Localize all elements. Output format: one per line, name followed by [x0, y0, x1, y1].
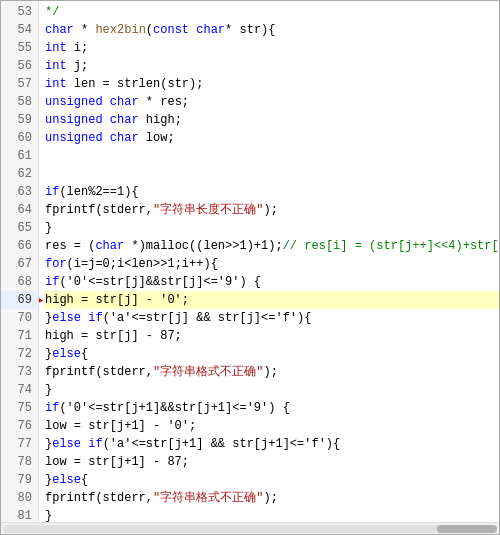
token: if: [45, 401, 59, 415]
token: high;: [139, 113, 182, 127]
code-line-70: }else if('a'<=str[j] && str[j]<='f'){: [45, 309, 499, 327]
code-line-66: res = (char *)malloc((len>>1)+1);// res[…: [45, 237, 499, 255]
code-line-58: unsigned char * res;: [45, 93, 499, 111]
token: int: [45, 77, 67, 91]
arrow-indicator: ▶: [39, 291, 43, 309]
line-number-56: 56: [1, 57, 38, 75]
line-number-58: 58: [1, 93, 38, 111]
line-number-69: 69: [1, 291, 38, 309]
token: (i=j=0;i<len>>1;i++){: [67, 257, 218, 271]
token: j;: [67, 59, 89, 73]
token: ('a'<=str[j+1] && str[j+1]<='f'){: [103, 437, 341, 451]
token: * str){: [225, 23, 275, 37]
token: const: [153, 23, 189, 37]
token: low = str[j+1] - '0';: [45, 419, 196, 433]
code-line-75: if('0'<=str[j+1]&&str[j+1]<='9') {: [45, 399, 499, 417]
token: low = str[j+1] - 87;: [45, 455, 189, 469]
code-line-67: for(i=j=0;i<len>>1;i++){: [45, 255, 499, 273]
code-window: 5354555657585960616263646566676869707172…: [0, 0, 500, 535]
code-line-80: fprintf(stderr,"字符串格式不正确");: [45, 489, 499, 507]
code-line-79: }else{: [45, 471, 499, 489]
token: hex2bin: [95, 23, 145, 37]
code-line-71: high = str[j] - 87;: [45, 327, 499, 345]
token: low;: [139, 131, 175, 145]
line-number-75: 75: [1, 399, 38, 417]
token: unsigned: [45, 95, 103, 109]
token: high = str[j] - '0';: [45, 293, 189, 307]
line-number-54: 54: [1, 21, 38, 39]
line-number-60: 60: [1, 129, 38, 147]
code-line-69: ▶ high = str[j] - '0';: [45, 291, 499, 309]
token: (len%2==1){: [59, 185, 138, 199]
code-line-77: }else if('a'<=str[j+1] && str[j+1]<='f')…: [45, 435, 499, 453]
token: );: [263, 203, 277, 217]
line-number-59: 59: [1, 111, 38, 129]
line-number-64: 64: [1, 201, 38, 219]
token: }: [45, 221, 52, 235]
line-number-63: 63: [1, 183, 38, 201]
line-number-68: 68: [1, 273, 38, 291]
code-area: 5354555657585960616263646566676869707172…: [1, 1, 499, 522]
token: ('0'<=str[j]&&str[j]<='9') {: [59, 275, 261, 289]
line-number-81: 81: [1, 507, 38, 522]
token: ('a'<=str[j] && str[j]<='f'){: [103, 311, 312, 325]
code-line-53: */: [45, 3, 499, 21]
line-number-79: 79: [1, 471, 38, 489]
token: (: [146, 23, 153, 37]
line-number-76: 76: [1, 417, 38, 435]
line-number-53: 53: [1, 3, 38, 21]
token: char: [110, 95, 139, 109]
token: "字符串格式不正确": [153, 365, 263, 379]
token: char: [95, 239, 124, 253]
line-number-65: 65: [1, 219, 38, 237]
code-line-62: [45, 165, 499, 183]
token: }: [45, 383, 52, 397]
token: {: [81, 347, 88, 361]
token: "字符串格式不正确": [153, 491, 263, 505]
token: *)malloc((len>>1)+1);: [124, 239, 282, 253]
token: [103, 95, 110, 109]
code-content[interactable]: */char * hex2bin(const char* str){ int i…: [39, 1, 499, 522]
scroll-thumb[interactable]: [437, 525, 497, 533]
line-number-80: 80: [1, 489, 38, 507]
token: if: [45, 185, 59, 199]
code-line-65: }: [45, 219, 499, 237]
line-number-72: 72: [1, 345, 38, 363]
line-number-73: 73: [1, 363, 38, 381]
token: if: [45, 275, 59, 289]
token: len = strlen(str);: [67, 77, 204, 91]
line-number-67: 67: [1, 255, 38, 273]
token: *: [74, 23, 96, 37]
token: char: [45, 23, 74, 37]
line-number-74: 74: [1, 381, 38, 399]
line-number-57: 57: [1, 75, 38, 93]
code-line-61: [45, 147, 499, 165]
code-line-63: if(len%2==1){: [45, 183, 499, 201]
code-line-76: low = str[j+1] - '0';: [45, 417, 499, 435]
code-line-59: unsigned char high;: [45, 111, 499, 129]
line-number-71: 71: [1, 327, 38, 345]
scroll-track[interactable]: [3, 525, 497, 533]
code-line-72: }else{: [45, 345, 499, 363]
token: i;: [67, 41, 89, 55]
token: unsigned: [45, 131, 103, 145]
code-line-55: int i;: [45, 39, 499, 57]
token: {: [81, 473, 88, 487]
token: "字符串长度不正确": [153, 203, 263, 217]
token: char: [110, 113, 139, 127]
token: high = str[j] - 87;: [45, 329, 182, 343]
horizontal-scrollbar[interactable]: [1, 522, 499, 534]
token: [103, 131, 110, 145]
token: char: [110, 131, 139, 145]
token: }: [45, 509, 52, 522]
line-number-55: 55: [1, 39, 38, 57]
token: * res;: [139, 95, 189, 109]
line-number-61: 61: [1, 147, 38, 165]
token: fprintf(stderr,: [45, 365, 153, 379]
token: else if: [52, 437, 102, 451]
code-line-74: }: [45, 381, 499, 399]
token: unsigned: [45, 113, 103, 127]
token: [103, 113, 110, 127]
code-line-54: char * hex2bin(const char* str){: [45, 21, 499, 39]
token: for: [45, 257, 67, 271]
